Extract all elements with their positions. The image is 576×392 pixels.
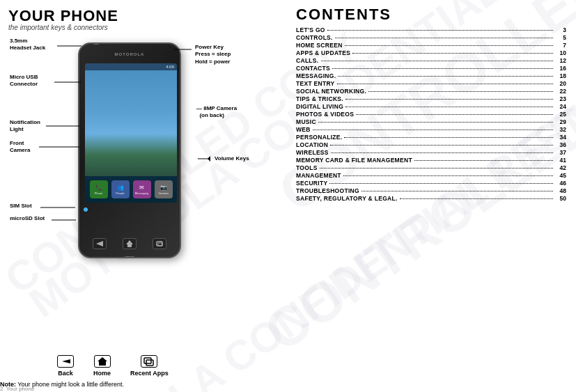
svg-rect-2 — [157, 242, 162, 246]
toc-dots — [345, 45, 553, 46]
label-back: Back — [57, 355, 74, 377]
toc-entry-title: CALLS. — [296, 57, 319, 64]
toc-entry-page: 7 — [555, 42, 566, 49]
toc-entry-page: 29 — [555, 118, 566, 125]
recent-apps-icon — [141, 355, 157, 368]
toc-entry-page: 22 — [555, 88, 566, 95]
toc-dots — [313, 130, 553, 130]
toc-dots — [345, 99, 553, 100]
status-time: 4:00 — [166, 65, 174, 69]
svg-marker-13 — [62, 359, 70, 363]
label-home: Home — [93, 355, 111, 377]
toc-entry-page: 5 — [555, 34, 566, 41]
page-title: YOUR PHONE — [8, 8, 282, 24]
label-power-key: Power KeyPress = sleepHold = power — [195, 44, 231, 65]
toc-row: HOME SCREEN7 — [296, 42, 566, 49]
toc-entry-title: TOOLS — [296, 164, 318, 171]
toc-entry-title: SAFETY, REGULATORY & LEGAL. — [296, 195, 398, 202]
toc-dots — [344, 137, 553, 138]
label-micro-usb: Micro USBConnector — [10, 74, 38, 88]
toc-row: PHOTOS & VIDEOS25 — [296, 111, 566, 118]
label-recent-apps: Recent Apps — [130, 355, 169, 377]
toc-dots — [332, 68, 553, 69]
toc-entry-page: 32 — [555, 126, 566, 133]
toc-entry-title: DIGITAL LIVING — [296, 103, 343, 110]
toc-entry-page: 16 — [555, 65, 566, 72]
toc-dots — [329, 183, 553, 184]
toc-row: WEB32 — [296, 126, 566, 133]
toc-row: TEXT ENTRY20 — [296, 80, 566, 87]
toc-entry-title: APPS & UPDATES — [296, 49, 350, 56]
right-panel: CONTENTS LET'S GO3CONTROLS.5HOME SCREEN7… — [289, 0, 576, 392]
toc-row: SAFETY, REGULATORY & LEGAL.50 — [296, 195, 566, 202]
label-notification: NotificationLight — [10, 119, 40, 134]
micro-usb-physical — [125, 256, 134, 258]
toc-entry-title: MESSAGING. — [296, 72, 336, 79]
toc-entry-title: TIPS & TRICKS. — [296, 95, 343, 102]
bottom-buttons-row: Back Home Recent Apps — [57, 355, 169, 377]
toc-entry-title: WIRELESS — [296, 149, 329, 156]
toc-row: MEMORY CARD & FILE MANAGEMENT41 — [296, 157, 566, 164]
back-icon — [57, 355, 74, 368]
toc-dots — [414, 160, 553, 161]
label-headset-jack: 3.5mm Headset Jack — [10, 38, 45, 52]
toc-entry-page: 41 — [555, 157, 566, 164]
toc-entry-title: LOCATION — [296, 141, 328, 148]
toc-entry-title: TEXT ENTRY — [296, 80, 335, 87]
app-icon-camera: 📷 Camera — [155, 180, 173, 198]
toc-dots — [368, 91, 553, 92]
label-volume-keys: Volume Keys — [198, 154, 249, 164]
volume-keys-physical — [180, 100, 181, 127]
notification-light-physical — [84, 207, 88, 212]
label-front-camera: FrontCamera — [10, 140, 30, 155]
toc-entry-title: SECURITY — [296, 180, 327, 187]
toc-dots — [352, 53, 553, 54]
toc-entry-title: CONTACTS — [296, 65, 330, 72]
label-sim-slot: SIM Slot — [10, 203, 32, 209]
toc-entry-title: MEMORY CARD & FILE MANAGEMENT — [296, 157, 412, 164]
toc-container: LET'S GO3CONTROLS.5HOME SCREEN7APPS & UP… — [296, 26, 566, 202]
toc-entry-page: 23 — [555, 95, 566, 102]
power-key-physical — [180, 58, 181, 70]
page-footer: 2 Your phone — [0, 386, 34, 392]
app-label-camera: Camera — [158, 191, 168, 195]
toc-row: SOCIAL NETWORKING.22 — [296, 88, 566, 95]
toc-entry-page: 37 — [555, 149, 566, 156]
nav-recent — [153, 238, 166, 249]
toc-dots — [400, 198, 553, 199]
toc-entry-title: HOME SCREEN — [296, 42, 343, 49]
toc-row: DIGITAL LIVING24 — [296, 103, 566, 110]
toc-entry-page: 50 — [555, 195, 566, 202]
toc-entry-title: TROUBLESHOOTING — [296, 187, 359, 194]
contents-title: CONTENTS — [296, 7, 566, 22]
toc-dots — [331, 152, 553, 153]
toc-row: MANAGEMENT45 — [296, 172, 566, 179]
toc-dots — [338, 76, 553, 77]
toc-entry-page: 45 — [555, 172, 566, 179]
toc-dots — [337, 84, 553, 84]
app-label-phone: Phone — [95, 191, 103, 195]
screen-wallpaper — [85, 70, 177, 176]
toc-dots — [318, 122, 553, 123]
toc-dots — [343, 175, 553, 176]
nav-back — [93, 238, 107, 249]
toc-entry-page: 12 — [555, 57, 566, 64]
toc-row: TIPS & TRICKS.23 — [296, 95, 566, 102]
toc-dots — [361, 191, 553, 191]
svg-marker-0 — [96, 241, 103, 246]
toc-dots — [330, 145, 553, 146]
toc-row: WIRELESS37 — [296, 149, 566, 156]
toc-entry-page: 34 — [555, 134, 566, 141]
toc-entry-page: 42 — [555, 164, 566, 171]
phone-body: MOTOROLA 4:00 📞 Phone 👥 Peo — [78, 42, 181, 258]
toc-entry-page: 18 — [555, 72, 566, 79]
toc-dots — [321, 61, 554, 61]
app-icon-people: 👥 People — [111, 180, 130, 198]
home-icon — [94, 355, 111, 368]
page-subtitle: the important keys & connectors — [8, 24, 282, 31]
svg-marker-14 — [98, 357, 107, 366]
phone-diagram: MOTOROLA 4:00 📞 Phone 👥 Peo — [8, 36, 280, 335]
page-wrapper: YOUR PHONE the important keys & connecto… — [0, 0, 576, 392]
toc-entry-title: SOCIAL NETWORKING. — [296, 88, 366, 95]
svg-marker-1 — [126, 240, 133, 247]
